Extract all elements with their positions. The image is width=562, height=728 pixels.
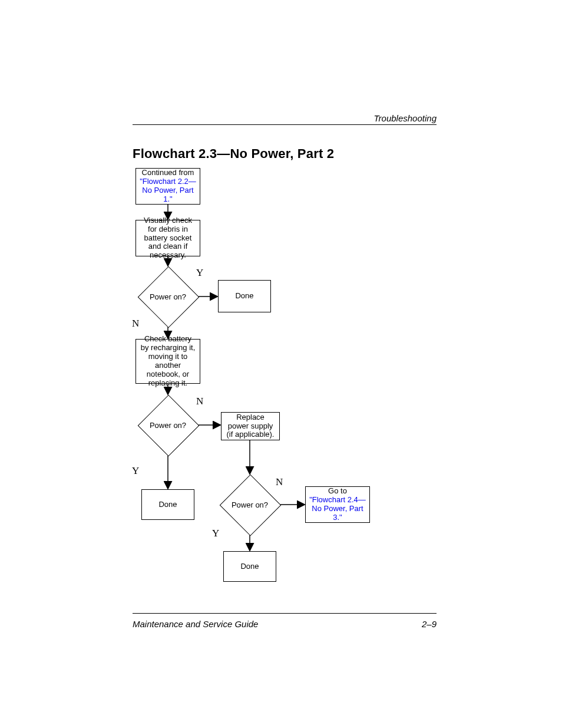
footer-rule xyxy=(133,613,437,614)
flowchart: Continued from "Flowchart 2.2—No Power, … xyxy=(133,168,398,592)
page-number: 2–9 xyxy=(422,619,437,629)
section-heading: Flowchart 2.3—No Power, Part 2 xyxy=(133,146,334,162)
flowchart-arrows xyxy=(133,168,398,592)
header-rule xyxy=(133,124,437,125)
footer: Maintenance and Service Guide 2–9 xyxy=(133,619,437,629)
footer-title: Maintenance and Service Guide xyxy=(133,619,258,629)
running-header: Troubleshooting xyxy=(133,113,437,123)
page: Troubleshooting Flowchart 2.3—No Power, … xyxy=(0,0,562,728)
